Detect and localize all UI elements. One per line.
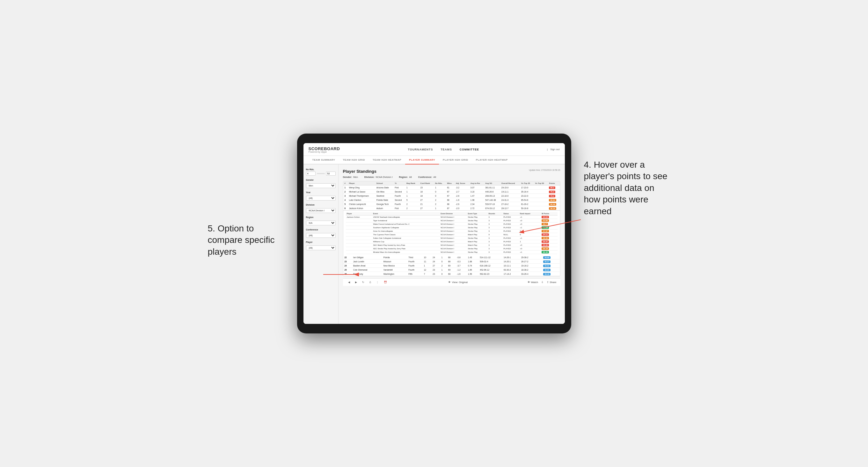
refresh-btn[interactable]: ↻ — [361, 280, 366, 284]
tooltip-cell-type: Stroke Play — [467, 219, 488, 222]
tooltip-cell-points[interactable]: 56.18 — [540, 247, 557, 251]
cell-points[interactable]: 39.95 — [542, 268, 560, 272]
cell-avg-to-par: 0.74 — [467, 263, 478, 268]
cell-points[interactable]: 88.2 — [548, 186, 560, 190]
cell-conf-rank: 24 — [431, 255, 440, 259]
tooltip-row: Jackson Kohon UNCW Seahawk Intercollegia… — [346, 216, 558, 219]
tooltip-cell-rank-impact: +1 — [519, 237, 540, 240]
tooltip-cell-points[interactable]: 73.23 — [540, 226, 557, 229]
tooltip-cell-status: PLAYED — [502, 247, 519, 251]
cell-rank: 1 — [343, 186, 348, 190]
cell-vs25: 50-16-8 — [520, 206, 534, 210]
cell-points[interactable]: 79.3 — [548, 190, 560, 194]
table-row: 4 Luke Clanton Florida State Second 5 27… — [343, 198, 560, 202]
cell-points[interactable]: 48.68 — [542, 255, 560, 259]
copy-btn[interactable]: ⎙ — [368, 280, 372, 284]
header-right: | Sign out — [547, 148, 559, 151]
cell-points[interactable]: 60.49 — [548, 202, 560, 206]
forward-btn[interactable]: ▶ — [354, 280, 358, 284]
tooltip-cell-points[interactable]: 66.40 — [540, 251, 557, 254]
table-header-row: # Player School Yr Reg Rank Conf Rank No… — [343, 181, 560, 186]
tooltip-cell-rank-impact: 0 — [519, 229, 540, 233]
tooltip-cell-rank-impact: +1 — [519, 251, 540, 254]
cell-reg-rank: 11 — [423, 259, 432, 263]
tooltip-cell-points[interactable]: 25.90 — [540, 244, 557, 247]
nav-committee[interactable]: COMMITTEE — [460, 148, 479, 151]
cell-points[interactable]: 40.27 — [542, 259, 560, 263]
tooltip-cell-rank-impact: +0 — [519, 244, 540, 247]
sidebar-year-select[interactable]: (All) — [306, 196, 336, 200]
tooltip-cell-points[interactable]: 30.47 — [540, 240, 557, 244]
cell-rank: 26 — [343, 272, 352, 276]
filter-division-label: Division: — [364, 176, 375, 179]
subnav-player-h2h-grid[interactable]: PLAYER H2H GRID — [439, 156, 472, 164]
tooltip-cell-type: Match Play — [467, 244, 488, 247]
cell-player: Michael La Sasso — [348, 190, 375, 194]
tooltip-cell-status: NULL — [502, 233, 519, 237]
view-original-label[interactable]: View: Original — [452, 281, 468, 284]
sidebar-conference-label: Conference — [306, 228, 336, 231]
tooltip-row: Mirabel Maui Jim Intercollegiate NCAA Di… — [346, 251, 558, 254]
back-btn[interactable]: ◀ — [347, 280, 351, 284]
cell-reg-rank: 10 — [423, 255, 432, 259]
tooltip-cell-division: NCAA Division I — [440, 222, 467, 226]
cell-points[interactable]: 38.49 — [542, 272, 560, 276]
tooltip-cell-points[interactable]: 40.7 — [540, 222, 557, 226]
cell-yr: Fourth — [407, 263, 422, 268]
sidebar-gender-select[interactable]: Men — [306, 183, 336, 188]
menu-btn[interactable]: ⋮ — [375, 280, 380, 284]
sidebar-region-select[interactable]: N/A — [306, 221, 336, 225]
tooltip-cell-points[interactable]: 53.60 — [540, 219, 557, 222]
nav-tournaments[interactable]: TOURNAMENTS — [408, 148, 433, 151]
cell-adj-score: -2.7 — [455, 190, 469, 194]
cell-points[interactable]: 68.94 — [548, 198, 560, 202]
subnav-team-h2h-heatmap[interactable]: TEAM H2H HEATMAP — [369, 156, 405, 164]
cell-player: Wenyi Ding — [348, 186, 375, 190]
sidebar-year-label: Year — [306, 191, 336, 193]
tooltip-cell-points[interactable]: 57.57 — [540, 229, 557, 233]
tooltip-row: Southern Highlands Collegiate NCAA Divis… — [346, 226, 558, 229]
cell-points[interactable]: 40.02 — [542, 263, 560, 268]
cell-school: New Mexico — [382, 263, 407, 268]
range-max-input[interactable] — [326, 172, 336, 176]
footer-right: 👁 Watch ⇩ ⇧ Share — [528, 281, 556, 284]
subnav-player-summary[interactable]: PLAYER SUMMARY — [405, 156, 439, 164]
cell-school: Georgia Tech — [375, 202, 393, 206]
subnav-player-h2h-heatmap[interactable]: PLAYER H2H HEATMAP — [472, 156, 512, 164]
nav-teams[interactable]: TEAMS — [440, 148, 452, 151]
sidebar-conference-select[interactable]: (All) — [306, 233, 336, 238]
sidebar-division-select[interactable]: NCAA Division I — [306, 208, 336, 213]
subnav-team-summary[interactable]: TEAM SUMMARY — [309, 156, 339, 164]
cell-reg-rank: 1 — [405, 186, 419, 190]
cell-vs50 — [534, 186, 548, 190]
range-min-input[interactable] — [306, 172, 316, 176]
tooltip-cell-player — [346, 233, 372, 237]
cell-wins: 68 — [447, 272, 456, 276]
range-slider[interactable] — [317, 173, 325, 174]
tooltip-cell-division: NCAA Division I — [440, 237, 467, 240]
cell-adj-score: -3.2 — [455, 186, 469, 190]
cell-wins: 68 — [446, 198, 454, 202]
tooltip-cell-rounds: 3 — [487, 216, 502, 219]
tooltip-cell-points[interactable]: 24.11 — [540, 233, 557, 237]
clock-btn[interactable]: ⏰ — [382, 280, 388, 284]
sidebar-player-select[interactable]: (All) — [306, 245, 336, 250]
cell-adj-score: -1.2 — [456, 268, 467, 272]
tooltip-cell-event: Southern Highlands Collegiate — [372, 226, 440, 229]
download-btn[interactable]: ⇩ — [541, 281, 544, 284]
share-btn[interactable]: ⇧ Share — [547, 281, 557, 284]
sign-out-link[interactable]: Sign out — [550, 148, 559, 151]
subnav-team-h2h-grid[interactable]: TEAM H2H GRID — [339, 156, 369, 164]
eye-watch-icon: 👁 — [528, 281, 530, 284]
tooltip-cell-points[interactable]: 48.50 — [540, 237, 557, 240]
cell-points[interactable]: 79.2 — [548, 194, 560, 198]
cell-player: Luke Clanton — [348, 198, 375, 202]
cell-player: Jack Lundin — [352, 259, 382, 263]
watch-btn[interactable]: 👁 Watch — [528, 281, 538, 284]
cell-wins: 87 — [446, 206, 454, 210]
cell-avg-to-par: 2.34 — [469, 202, 484, 206]
cell-reg-rank: 5 — [405, 198, 419, 202]
cell-points[interactable]: 58.18 — [548, 206, 560, 210]
sidebar-region-label: Region — [306, 216, 336, 218]
tooltip-cell-points[interactable]: 20.64 — [540, 216, 557, 219]
